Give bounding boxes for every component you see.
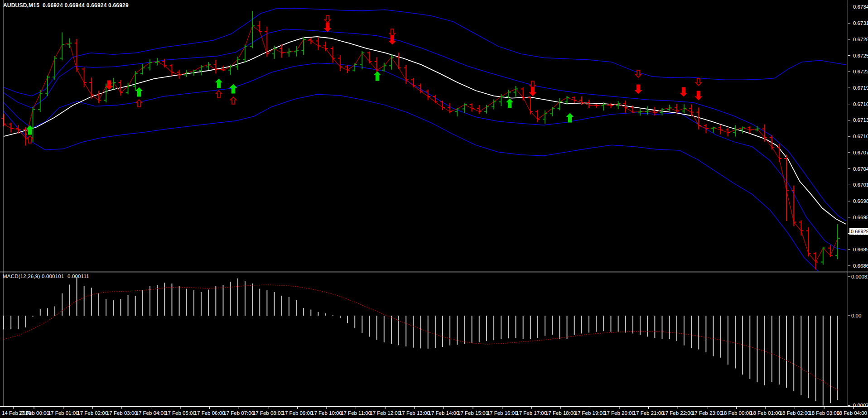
signal-arrow-up-hollow-icon[interactable]: [216, 91, 222, 98]
price-tick-label: 0.67165: [853, 101, 868, 107]
ohlc-bar: [806, 227, 811, 257]
ohlc-bar: [67, 38, 72, 48]
price-tick-label: 0.67135: [853, 117, 868, 123]
ohlc-bar: [111, 78, 116, 90]
signal-arrow-down-hollow-icon[interactable]: [636, 70, 641, 77]
ohlc-bar: [360, 51, 364, 69]
time-tick-label: 17 Feb 18:00: [545, 410, 576, 416]
ohlc-bar: [126, 83, 130, 95]
time-tick-label: 17 Feb 13:00: [399, 410, 430, 416]
ohlc-bar: [389, 55, 394, 70]
time-tick-label: 17 Feb 05:00: [165, 410, 196, 416]
time-tick-label: 17 Feb 14:00: [429, 410, 459, 416]
chart-title: AUDUSD,M15 0.66924 0.66944 0.66924 0.669…: [3, 2, 129, 9]
ohlc-bar: [338, 55, 342, 71]
ohlc-bar: [375, 57, 379, 73]
signal-arrow-down-icon[interactable]: [680, 87, 688, 97]
time-tick-label: 17 Feb 11:00: [341, 410, 371, 416]
ohlc-bar: [82, 67, 87, 87]
macd-histogram: [4, 277, 838, 405]
signal-arrow-down-icon[interactable]: [529, 87, 537, 96]
ohlc-bar: [484, 105, 489, 114]
macd-tick-label: 0.00: [851, 313, 861, 318]
signal-arrow-down-icon[interactable]: [695, 91, 703, 101]
band-line-inner-upper: [4, 29, 846, 221]
signal-arrow-up-icon[interactable]: [135, 87, 143, 97]
ohlc-bar: [411, 78, 415, 87]
signal-arrow-down-hollow-icon[interactable]: [390, 29, 395, 36]
price-tick-label: 0.67195: [853, 85, 868, 91]
signal-arrow-down-icon[interactable]: [324, 23, 332, 32]
macd-pane[interactable]: [4, 277, 838, 405]
signal-arrow-down-icon[interactable]: [106, 81, 113, 90]
time-tick-label: 17 Feb 22:00: [662, 410, 693, 416]
time-tick-label: 17 Feb 04:00: [136, 410, 167, 416]
signal-arrow-up-icon[interactable]: [215, 79, 223, 88]
ohlc-bar: [733, 125, 738, 137]
ohlc-bar: [440, 101, 445, 110]
band-line-inner-lower: [4, 63, 846, 250]
price-tick-label: 0.67225: [853, 69, 868, 74]
ohlc-bar: [594, 104, 598, 108]
signal-arrow-up-hollow-icon[interactable]: [231, 97, 236, 104]
ohlc-bar: [528, 96, 533, 115]
chart-canvas[interactable]: 0.673450.673150.672850.672550.672250.671…: [0, 0, 868, 418]
macd-tick-label: -0.000724: [851, 403, 868, 408]
signal-arrow-down-hollow-icon[interactable]: [696, 78, 701, 86]
time-tick-label: 18 Feb 04:00: [836, 410, 867, 416]
ohlc-bar: [60, 32, 64, 60]
quote-high: 0.66944: [64, 2, 85, 9]
time-axis[interactable]: 14 Feb 202017 Feb 00:0017 Feb 01:0017 Fe…: [2, 406, 867, 416]
price-tick-label: 0.67075: [853, 150, 868, 155]
time-tick-label: 17 Feb 23:00: [692, 410, 723, 416]
time-tick-label: 17 Feb 09:00: [282, 410, 313, 416]
price-tick-label: 0.67105: [853, 134, 868, 139]
signal-arrow-up-icon[interactable]: [506, 99, 514, 108]
price-tick-label: 0.66985: [853, 198, 868, 204]
price-axis[interactable]: 0.673450.673150.672850.672550.672250.671…: [848, 4, 868, 408]
time-tick-label: 17 Feb 01:00: [48, 410, 79, 416]
ohlc-bar: [675, 104, 679, 113]
ohlc-bar: [550, 107, 555, 116]
time-tick-label: 17 Feb 12:00: [370, 410, 400, 416]
signal-arrow-up-hollow-icon[interactable]: [136, 100, 142, 107]
axes[interactable]: [0, 0, 868, 407]
quote-close: 0.66929: [108, 2, 129, 9]
price-tick-label: 0.67345: [853, 4, 868, 10]
price-tick-label: 0.67045: [853, 166, 868, 172]
price-tick-label: 0.67315: [853, 20, 868, 26]
ohlc-bar: [587, 100, 591, 108]
ohlc-bar: [75, 39, 79, 72]
indicator-label: MACD(12,26,9) 0.000101 -0.000111: [3, 274, 89, 279]
signal-arrow-up-icon[interactable]: [374, 72, 381, 81]
ohlc-bar: [499, 94, 503, 106]
ohlc-bar: [148, 59, 152, 70]
ohlc-bar: [396, 53, 401, 69]
signal-arrow-down-hollow-icon[interactable]: [325, 15, 330, 23]
ohlc-bar: [448, 103, 452, 113]
time-tick-label: 17 Feb 20:00: [604, 410, 635, 416]
ohlc-bar: [257, 21, 262, 32]
ohlc-bar: [294, 46, 299, 56]
signal-arrow-down-icon[interactable]: [635, 85, 642, 94]
ohlc-bar: [199, 65, 203, 75]
ohlc-bar: [535, 110, 540, 122]
ohlc-bar: [45, 76, 50, 96]
price-tick-label: 0.67255: [853, 53, 868, 58]
time-tick-label: 17 Feb 10:00: [311, 410, 342, 416]
time-tick-label: 18 Feb 01:00: [750, 410, 781, 416]
band-line-outer-lower: [4, 94, 846, 280]
time-tick-label: 17 Feb 21:00: [633, 410, 664, 416]
quote-low: 0.66924: [87, 2, 107, 9]
ohlc-bar: [521, 87, 526, 101]
ohlc-bar: [791, 186, 796, 226]
indicator-value: 0.000101: [42, 274, 64, 279]
time-tick-label: 17 Feb 00:00: [19, 410, 49, 416]
price-pane[interactable]: [1, 8, 846, 280]
price-tick-label: 0.66895: [853, 247, 868, 252]
time-tick-label: 17 Feb 19:00: [575, 410, 606, 416]
ohlc-bar: [747, 126, 752, 134]
time-tick-label: 18 Feb 03:00: [809, 410, 839, 416]
time-tick-label: 17 Feb 02:00: [77, 410, 108, 416]
bollinger-bands: [4, 8, 846, 280]
